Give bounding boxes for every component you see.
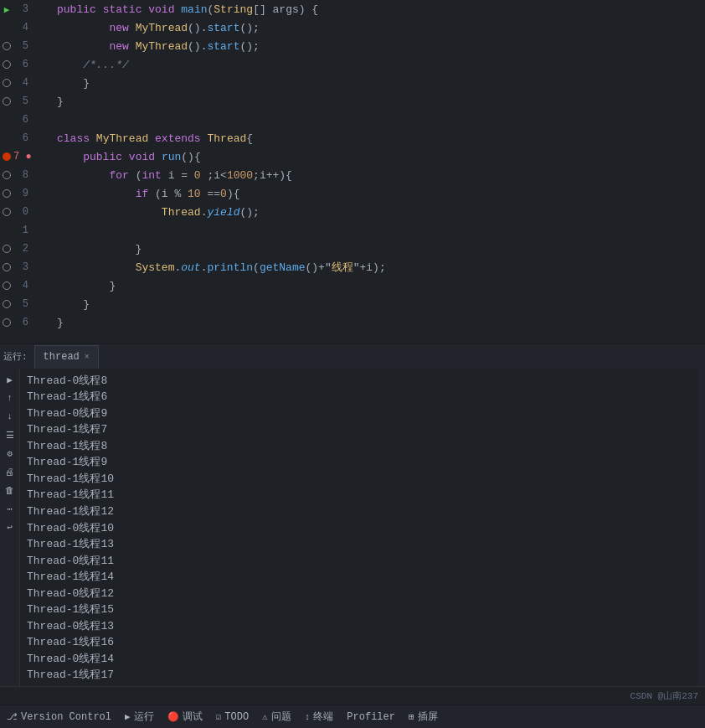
editor-container: ▶ 3 4 5 6 [0,0,705,728]
breakpoint-icon [3,152,11,161]
scroll-up-button[interactable]: ↑ [3,390,18,405]
breakpoint-hollow-icon [3,208,11,216]
line-number: 7 ● [13,151,35,163]
thread-tab[interactable]: thread × [34,345,99,369]
watermark-text: CSDN @山南237 [630,689,698,702]
settings-button[interactable]: ⚙ [3,446,18,461]
print-button[interactable]: 🖨 [3,464,18,479]
code-line: if (i % 10 ==0){ [57,184,698,203]
line-number: 4 [13,22,32,34]
terminal-button[interactable]: ↕ 终端 [305,710,334,724]
code-line [57,221,698,240]
line-number: 4 [13,77,32,89]
breakpoint-hollow-icon [3,189,11,198]
run-toolbar-button[interactable]: ▶ 运行 [125,710,154,724]
console-line: Thread-1线程14 [27,568,692,585]
run-toolbar-icon: ▶ [125,711,131,722]
console-line: Thread-1线程7 [27,421,692,438]
code-line: System.out.println(getName()+"线程"+i); [57,258,698,276]
run-arrow-icon: ▶ [4,4,10,15]
terminal-icon: ↕ [305,712,311,722]
git-icon: ⎇ [7,711,18,722]
breakpoint-hollow-icon [3,171,11,179]
problems-label: 问题 [271,710,291,724]
arrow-button[interactable]: ↩ [3,519,18,534]
version-control-label: Version Control [21,711,111,723]
more-button[interactable]: ⋯ [3,501,18,516]
console-line: Thread-1线程9 [27,454,692,471]
console-line: Thread-1线程17 [27,667,692,684]
line-number: 4 [13,280,32,292]
tab-close-button[interactable]: × [85,353,90,362]
breakpoint-hollow-icon [3,318,11,327]
scroll-down-button[interactable]: ↓ [3,409,18,424]
code-editor[interactable]: ▶ 3 4 5 6 [0,0,705,343]
filter-button[interactable]: ☰ [3,427,18,442]
terminal-label: 终端 [313,710,333,724]
todo-button[interactable]: ☑ TODO [216,711,249,723]
code-line: new MyThread().start(); [57,18,698,37]
todo-icon: ☑ [216,711,222,722]
console-line: Thread-0线程9 [27,405,692,421]
profiler-label: Profiler [347,711,395,723]
line-number: 9 [13,188,32,199]
line-number: 6 [13,114,32,126]
console-output: Thread-0线程8 Thread-1线程6 Thread-0线程9 Thre… [20,369,698,686]
run-toolbar-label: 运行 [134,710,154,724]
code-line: } [57,276,698,295]
breakpoint-hollow-icon [3,60,11,69]
code-line: } [57,295,698,313]
console-line: Thread-1线程8 [27,437,692,454]
scrollbar[interactable] [698,369,705,686]
code-line: } [57,313,698,332]
console-line: Thread-1线程10 [27,470,692,487]
console-line: Thread-0线程12 [27,585,692,602]
code-line: Thread.yield(); [57,203,698,221]
run-button[interactable]: ▶ [3,372,18,387]
line-number: 6 [13,59,32,70]
line-number: 5 [13,96,32,107]
console-line: Thread-1线程16 [27,634,692,651]
code-line: class MyThread extends Thread{ [57,129,698,147]
console-line: Thread-0线程8 [27,372,692,389]
code-line: public void run(){ [57,147,698,166]
code-line: public static void main(String[] args) { [57,0,698,18]
line-number: 8 [13,169,32,181]
version-control-button[interactable]: ⎇ Version Control [7,711,111,723]
delete-button[interactable]: 🗑 [3,483,18,498]
breakpoint-hollow-icon [3,97,11,106]
profiler-button[interactable]: Profiler [347,711,395,723]
code-line [57,111,698,129]
todo-label: TODO [224,711,249,723]
line-number: 3 [13,261,32,273]
code-line: for (int i = 0 ;i<1000;i++){ [57,166,698,184]
debug-icon: 🔴 [167,711,179,722]
debug-toolbar-button[interactable]: 🔴 调试 [167,710,203,724]
problems-button[interactable]: ⚠ 问题 [262,710,291,724]
console-line: Thread-0线程14 [27,650,692,667]
code-line: } [57,240,698,258]
bottom-toolbar: ⎇ Version Control ▶ 运行 🔴 调试 ☑ TODO ⚠ 问题 … [0,705,705,728]
breakpoint-hollow-icon [3,42,11,50]
console-line: Thread-0线程11 [27,552,692,569]
code-line: /*...*/ [57,55,698,74]
breakpoint-hollow-icon [3,281,11,290]
console-tab-bar: 运行: thread × [0,343,705,369]
line-number: 5 [13,298,32,310]
console-line: Thread-0线程13 [27,617,692,634]
line-number: 6 [13,132,32,144]
layout-label: 插屏 [418,710,438,724]
layout-button[interactable]: ⊞ 插屏 [409,710,438,724]
console-line: Thread-1线程6 [27,389,692,405]
tab-label: thread [44,351,80,363]
line-number: 5 [13,40,32,52]
line-number: 0 [13,206,32,218]
breakpoint-hollow-icon [3,300,11,308]
line-number: 2 [13,243,32,255]
console-line: Thread-0线程10 [27,519,692,536]
code-line: } [57,74,698,92]
run-label: 运行: [3,350,28,363]
console-sidebar: ▶ ↑ ↓ ☰ ⚙ 🖨 🗑 ⋯ ↩ [0,369,20,686]
line-number: 3 [13,3,32,15]
code-content[interactable]: public static void main(String[] args) {… [50,0,705,343]
